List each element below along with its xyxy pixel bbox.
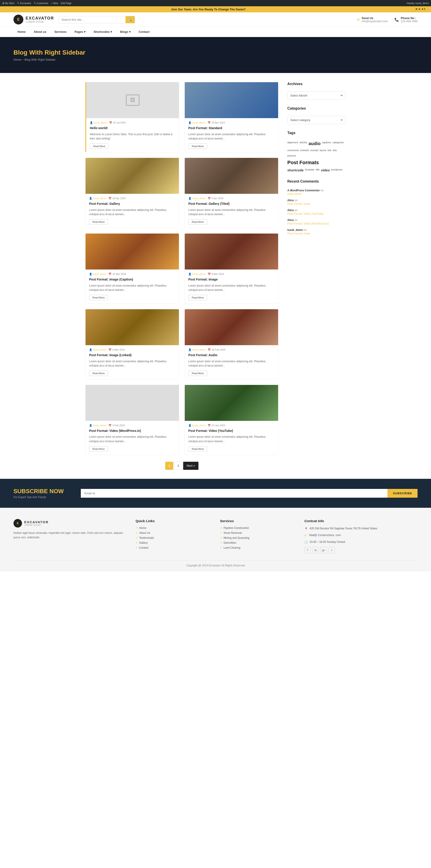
social-facebook[interactable]: f	[304, 547, 311, 553]
read-more-4[interactable]: Read More	[188, 219, 207, 224]
tag-categories[interactable]: categories	[332, 141, 344, 147]
nav-pages[interactable]: Pages ▾	[70, 27, 90, 37]
tag-excerpt[interactable]: excerpt	[310, 148, 318, 152]
posts-grid: 🖼 👤 luzuk_demo 📅 25 Jul 2024 Hello world…	[85, 82, 278, 455]
admin-bar-edit-page[interactable]: Edit Page	[61, 2, 72, 4]
footer-service-demolition[interactable]: Demolition	[220, 541, 295, 545]
footer-link-about[interactable]: About Us	[136, 531, 211, 534]
tag-alignment[interactable]: alignment	[287, 141, 298, 147]
footer-service-land[interactable]: Land Clearing	[220, 546, 295, 549]
subscribe-button[interactable]: SUBSCRIBE	[388, 489, 418, 498]
next-page-button[interactable]: Next »	[183, 462, 198, 470]
tag-video[interactable]: video	[321, 167, 330, 173]
post-date-1: 📅 25 Jul 2024	[109, 121, 126, 124]
tags-cloud: alignment articles audio captions catego…	[287, 141, 346, 173]
nav-about[interactable]: About us	[30, 27, 50, 37]
post-title-9[interactable]: Post Format: Video (WordPress.tv)	[89, 429, 175, 433]
search-bar[interactable]: 🔍	[59, 16, 135, 23]
categories-select[interactable]: Select category	[287, 116, 346, 124]
footer-link-gallery[interactable]: Gallery	[136, 541, 211, 545]
read-more-6[interactable]: Read More	[188, 295, 207, 300]
post-thumb-7	[86, 309, 179, 345]
page-1-button[interactable]: 1	[165, 462, 173, 470]
tag-captions[interactable]: captions	[322, 141, 331, 147]
post-thumb-3	[86, 158, 179, 194]
read-more-1[interactable]: Read More	[90, 144, 109, 149]
page-2-button[interactable]: 2	[174, 462, 182, 470]
comment-link-3[interactable]: Post Format: Video (YouTube)	[287, 212, 346, 215]
comment-link-1[interactable]: Hello world!	[287, 192, 346, 196]
tag-embeds[interactable]: embeds	[300, 148, 309, 152]
search-input[interactable]	[59, 16, 126, 23]
read-more-8[interactable]: Read More	[188, 371, 207, 376]
subscribe-subtitle: For Expert Tips And Trends	[13, 496, 72, 499]
search-button[interactable]: 🔍	[126, 16, 135, 23]
tag-audio[interactable]: audio	[309, 141, 321, 147]
read-more-10[interactable]: Read More	[188, 446, 207, 452]
tag-link[interactable]: link	[328, 148, 331, 152]
post-excerpt-1: Welcome to Luzuk Demo Sites. This is you…	[90, 132, 175, 141]
tag-articles[interactable]: articles	[299, 141, 307, 147]
tag-lists[interactable]: lists	[333, 148, 337, 152]
footer-service-pipeline[interactable]: Pipeline Construction	[220, 526, 295, 530]
nav-home[interactable]: Home	[13, 27, 30, 37]
footer-logo[interactable]: E EXCAVATOR LOREM IPSUM	[13, 519, 127, 528]
nav-contact[interactable]: Contact	[135, 27, 154, 37]
breadcrumb-home[interactable]: Home	[13, 58, 21, 61]
footer-link-home[interactable]: Home	[136, 526, 211, 530]
admin-bar-my-sites[interactable]: ⊞ My Sites	[2, 2, 14, 5]
tag-title[interactable]: title	[316, 167, 320, 173]
comment-link-4[interactable]: Post Format: Video (WordPress.tv)	[287, 222, 346, 225]
read-more-3[interactable]: Read More	[89, 219, 108, 224]
social-linkedin[interactable]: in	[312, 547, 319, 553]
post-excerpt-7: Lorem ipsum dolor sit amet consectetur a…	[89, 359, 175, 368]
post-title-2[interactable]: Post Format: Standard	[188, 126, 274, 130]
read-more-7[interactable]: Read More	[89, 371, 108, 376]
subscribe-title: SUBSCRIBE NOW	[13, 488, 72, 495]
post-title-3[interactable]: Post Format: Gallery	[89, 202, 175, 206]
admin-bar-customize[interactable]: ✎ Customize	[34, 2, 48, 5]
post-title-4[interactable]: Post Format: Gallery (Tiled)	[188, 202, 274, 206]
footer-link-contact[interactable]: Contact	[136, 546, 211, 549]
post-card-7: 👤 luzuk_demo 📅 6 Mar 2024 Post Format: I…	[85, 309, 179, 379]
post-title-10[interactable]: Post Format: Video (YouTube)	[188, 429, 274, 433]
comment-link-5[interactable]: Post Format: Aside	[287, 232, 346, 235]
post-title-6[interactable]: Post Format: Image	[188, 277, 274, 282]
subscribe-email-input[interactable]	[81, 489, 388, 498]
read-more-9[interactable]: Read More	[89, 446, 108, 452]
post-author-5: 👤 luzuk_demo	[89, 273, 106, 276]
tag-comments[interactable]: comments	[287, 148, 299, 152]
post-title-7[interactable]: Post Format: Image (Linked)	[89, 353, 175, 358]
tag-layout[interactable]: layout	[320, 148, 326, 152]
nav-blogs[interactable]: Blogs ▾	[116, 27, 135, 37]
comment-link-2[interactable]: Post Format: Aside	[287, 203, 346, 206]
commenter-3: Alice	[287, 209, 294, 212]
tag-template[interactable]: template	[305, 167, 314, 173]
main-content: 🖼 👤 luzuk_demo 📅 25 Jul 2024 Hello world…	[81, 82, 350, 470]
footer-services-list: Pipeline Construction Snow Removal Minin…	[220, 526, 295, 549]
logo[interactable]: E EXCAVATOR LOREM IPSUM	[13, 14, 54, 25]
post-title-8[interactable]: Post Format: Audio	[188, 353, 274, 358]
footer-service-snow[interactable]: Snow Removal	[220, 531, 295, 534]
nav-shortcodes[interactable]: Shortcodes ▾	[90, 27, 116, 37]
tag-wordpress[interactable]: wordpress	[331, 167, 342, 173]
post-title-5[interactable]: Post Format: Image (Caption)	[89, 277, 175, 282]
footer-service-mining[interactable]: Mining and Quarrying	[220, 536, 295, 539]
social-twitter[interactable]: t	[329, 547, 335, 553]
post-excerpt-5: Lorem ipsum dolor sit amet consectetur a…	[89, 284, 175, 292]
post-meta-4: 👤 luzuk_demo 📅 9 Apr 2024	[188, 197, 274, 200]
breadcrumb-separator: –	[22, 58, 25, 61]
read-more-5[interactable]: Read More	[89, 295, 108, 300]
tag-shortcode[interactable]: shortcode	[287, 167, 304, 173]
footer-link-testimonials[interactable]: Testimonials	[136, 536, 211, 539]
read-more-2[interactable]: Read More	[188, 144, 207, 149]
post-title-1[interactable]: Hello world!	[90, 126, 175, 130]
social-google[interactable]: g+	[321, 547, 327, 553]
footer-address-text: 420 Old Decatur Rd Saginaw Texas 76179 U…	[309, 526, 377, 530]
admin-bar-excavator[interactable]: ⛏ Excavator	[17, 2, 31, 4]
tag-post-formats[interactable]: Post Formats	[287, 159, 346, 166]
archives-select[interactable]: Select Month	[287, 91, 346, 100]
nav-services[interactable]: Services	[50, 27, 70, 37]
admin-bar-new[interactable]: + New	[51, 2, 58, 4]
tag-pictures[interactable]: pictures	[287, 154, 296, 158]
